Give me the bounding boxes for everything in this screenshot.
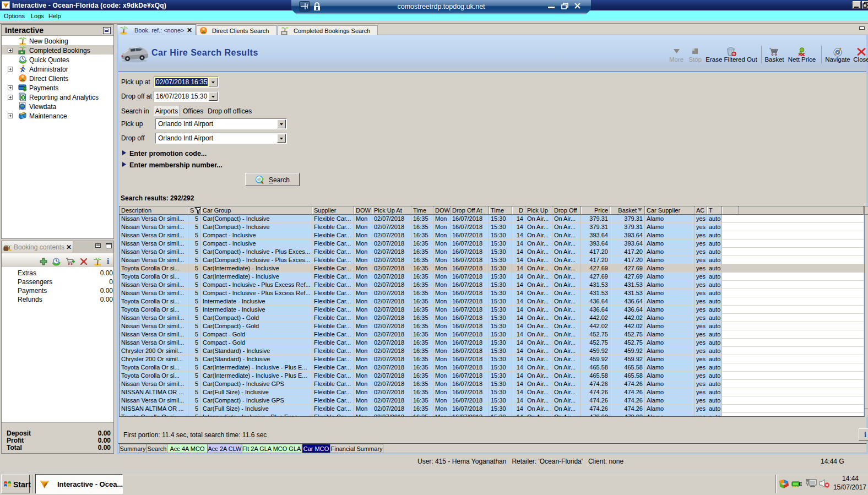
svg-text:$: $ bbox=[23, 85, 26, 92]
